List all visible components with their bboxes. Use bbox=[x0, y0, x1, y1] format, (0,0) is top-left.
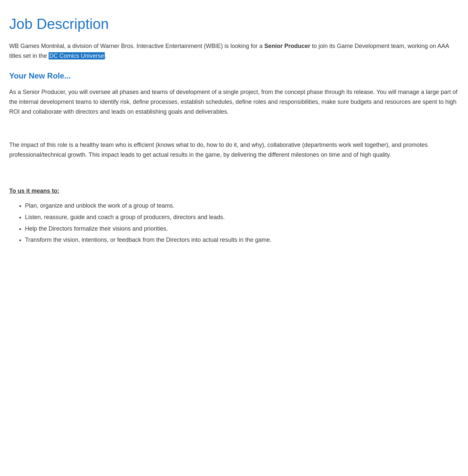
page-title: Job Description bbox=[9, 12, 459, 35]
spacer-2 bbox=[9, 172, 459, 184]
bullet-list: Plan, organize and unblock the work of a… bbox=[9, 201, 459, 245]
list-item: Listen, reassure, guide and coach a grou… bbox=[25, 212, 459, 222]
list-item: Plan, organize and unblock the work of a… bbox=[25, 201, 459, 211]
list-item: Help the Directors formalize their visio… bbox=[25, 224, 459, 234]
intro-bold-text: Senior Producer bbox=[264, 43, 310, 49]
intro-text-after-link: . bbox=[105, 53, 106, 59]
intro-paragraph: WB Games Montréal, a division of Warner … bbox=[9, 41, 459, 61]
role-paragraph-1: As a Senior Producer, you will oversee a… bbox=[9, 87, 459, 117]
spacer-1 bbox=[9, 128, 459, 140]
your-new-role-heading: Your New Role... bbox=[9, 70, 459, 82]
dc-comics-universe-link[interactable]: DC Comics Universe bbox=[49, 52, 105, 59]
role-paragraph-2: The impact of this role is a healthy tea… bbox=[9, 140, 459, 160]
to-us-it-means-heading: To us it means to: bbox=[9, 186, 459, 196]
list-item: Transform the vision, intentions, or fee… bbox=[25, 235, 459, 245]
intro-text-before-bold: WB Games Montréal, a division of Warner … bbox=[9, 43, 264, 49]
